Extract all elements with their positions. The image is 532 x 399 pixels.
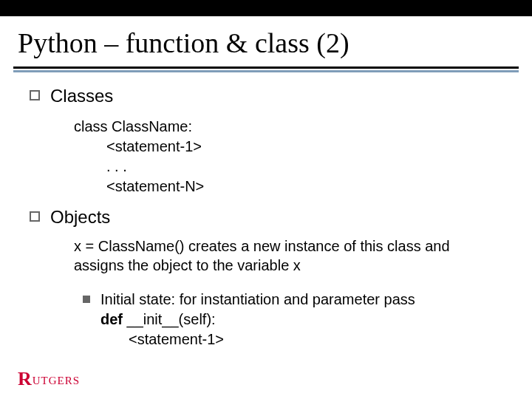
rutgers-logo: R UTGERS [18, 369, 80, 389]
objects-bullet-row: Objects [30, 207, 511, 228]
code-line: <statement-N> [74, 177, 511, 197]
code-line: <statement-1> [100, 330, 415, 349]
logo-rest-letters: UTGERS [33, 375, 80, 387]
classes-code: class ClassName: <statement-1> . . . <st… [30, 112, 511, 207]
objects-label: Objects [50, 207, 110, 228]
title-underline [13, 66, 519, 72]
initial-state-text: Initial state: for instantiation and par… [100, 290, 415, 310]
code-line: class ClassName: [74, 117, 511, 137]
top-black-bar [0, 0, 532, 16]
code-line: <statement-1> [74, 137, 511, 157]
code-line: . . . [74, 157, 511, 177]
code-line: def __init__(self): [100, 310, 415, 330]
filled-square-icon [83, 296, 90, 303]
classes-bullet-row: Classes [30, 86, 511, 106]
hollow-square-icon [30, 211, 40, 222]
objects-body-text: x = ClassName() creates a new instance o… [30, 233, 511, 287]
content-area: Classes class ClassName: <statement-1> .… [0, 72, 532, 349]
classes-label: Classes [50, 86, 113, 106]
logo-r-letter: R [18, 369, 32, 389]
hollow-square-icon [30, 90, 40, 100]
init-code: def __init__(self): <statement-1> [100, 310, 415, 349]
slide-title: Python – function & class (2) [0, 16, 532, 66]
initial-state-sub-bullet: Initial state: for instantiation and par… [30, 290, 511, 349]
